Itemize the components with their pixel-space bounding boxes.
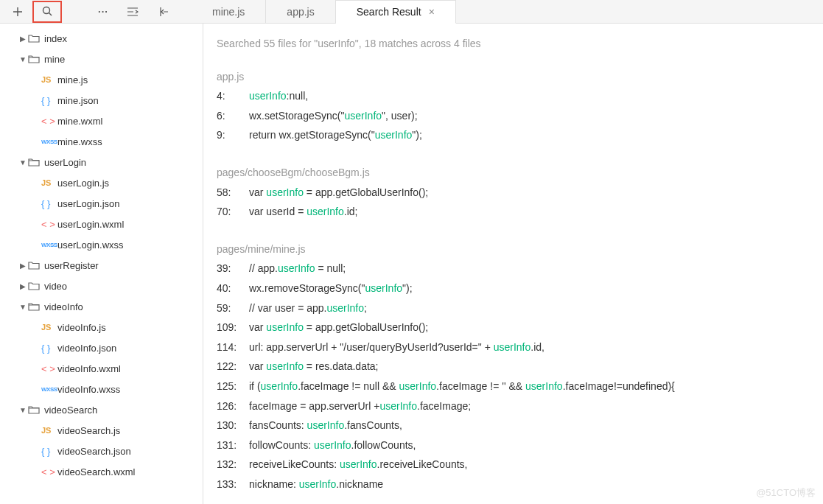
chevron-down-icon: ▼ xyxy=(18,158,28,167)
file-userlogin-wxml[interactable]: < >userLogin.wxml xyxy=(0,214,203,234)
line-number: 132: xyxy=(217,455,249,475)
tree-item-label: userRegister xyxy=(44,260,99,271)
result-line[interactable]: 39:// app.userInfo = null; xyxy=(217,259,810,279)
line-content: faceImage = app.serverUrl +userInfo.face… xyxy=(249,396,471,416)
new-file-button[interactable] xyxy=(3,1,32,22)
json-icon: { } xyxy=(41,446,57,457)
file-videoinfo-js[interactable]: JSvideoInfo.js xyxy=(0,317,203,337)
tree-item-label: videoSearch xyxy=(44,405,97,416)
file-videosearch-json[interactable]: { }videoSearch.json xyxy=(0,441,203,461)
tab-label: Search Result xyxy=(357,6,421,18)
folder-userregister[interactable]: ▶userRegister xyxy=(0,255,203,276)
line-content: // var user = app.userInfo; xyxy=(249,298,367,318)
file-videoinfo-json[interactable]: { }videoInfo.json xyxy=(0,337,203,358)
folder-videosearch[interactable]: ▼videoSearch xyxy=(0,399,203,420)
collapse-icon xyxy=(156,7,168,17)
tree-item-label: videoSearch.js xyxy=(57,425,120,436)
tab-search-result[interactable]: Search Result× xyxy=(336,0,456,24)
line-content: var userId = userInfo.id; xyxy=(249,202,357,222)
result-line[interactable]: 114:url: app.serverUrl + "/user/queryByU… xyxy=(217,337,810,357)
line-number: 6: xyxy=(217,106,249,126)
js-icon: JS xyxy=(41,426,57,435)
tree-item-label: mine.wxml xyxy=(57,116,102,127)
tree-item-label: mine.wxss xyxy=(57,136,102,147)
line-number: 109: xyxy=(217,318,249,337)
line-number: 126: xyxy=(217,396,249,416)
result-line[interactable]: 9:return wx.getStorageSync("userInfo"); xyxy=(217,125,810,145)
indent-button[interactable] xyxy=(118,1,147,22)
file-userlogin-wxss[interactable]: WXSSuserLogin.wxss xyxy=(0,234,203,255)
search-icon xyxy=(42,6,53,17)
folder-icon xyxy=(28,157,44,167)
tree-item-label: userLogin.js xyxy=(57,178,109,189)
folder-icon xyxy=(28,33,44,43)
folder-userlogin[interactable]: ▼userLogin xyxy=(0,152,203,172)
line-content: return wx.getStorageSync("userInfo"); xyxy=(249,125,422,145)
tab-mine-js[interactable]: mine.js xyxy=(192,0,266,24)
line-number: 59: xyxy=(217,298,249,318)
tree-item-label: videoInfo xyxy=(44,301,83,312)
tree-item-label: video xyxy=(44,281,67,292)
line-number: 114: xyxy=(217,337,249,357)
file-mine-js[interactable]: JSmine.js xyxy=(0,69,203,90)
result-line[interactable]: 58:var userInfo = app.getGlobalUserInfo(… xyxy=(217,183,810,203)
result-line[interactable]: 109:var userInfo = app.getGlobalUserInfo… xyxy=(217,318,810,337)
result-line[interactable]: 125:if (userInfo.faceImage != null && us… xyxy=(217,377,810,396)
close-icon[interactable]: × xyxy=(429,6,435,18)
main: ▶index▼mineJSmine.js{ }mine.json< >mine.… xyxy=(0,24,823,504)
file-videoinfo-wxml[interactable]: < >videoInfo.wxml xyxy=(0,358,203,379)
tab-label: app.js xyxy=(287,6,314,18)
folder-icon xyxy=(28,54,44,64)
result-line[interactable]: 133:nickname: userInfo.nickname xyxy=(217,475,810,494)
result-line[interactable]: 126:faceImage = app.serverUrl +userInfo.… xyxy=(217,396,810,416)
result-file-header[interactable]: pages/mine/mine.js xyxy=(217,239,810,259)
result-line[interactable]: 131:followCounts: userInfo.followCounts, xyxy=(217,435,810,455)
file-userlogin-json[interactable]: { }userLogin.json xyxy=(0,193,203,214)
result-line[interactable]: 132:receiveLikeCounts: userInfo.receiveL… xyxy=(217,455,810,475)
file-userlogin-js[interactable]: JSuserLogin.js xyxy=(0,172,203,193)
result-line[interactable]: 130:fansCounts: userInfo.fansCounts, xyxy=(217,416,810,435)
file-videosearch-wxml[interactable]: < >videoSearch.wxml xyxy=(0,461,203,482)
wxml-icon: < > xyxy=(41,219,57,230)
line-content: wx.setStorageSync("userInfo", user); xyxy=(249,106,418,126)
line-number: 70: xyxy=(217,202,249,222)
chevron-right-icon: ▶ xyxy=(18,35,28,43)
file-videoinfo-wxss[interactable]: WXSSvideoInfo.wxss xyxy=(0,379,203,399)
file-tree: ▶index▼mineJSmine.js{ }mine.json< >mine.… xyxy=(0,24,203,504)
tab-app-js[interactable]: app.js xyxy=(266,0,335,24)
folder-videoinfo[interactable]: ▼videoInfo xyxy=(0,296,203,317)
json-icon: { } xyxy=(41,198,57,209)
search-button[interactable] xyxy=(32,1,62,23)
line-content: var userInfo = app.getGlobalUserInfo(); xyxy=(249,318,428,337)
folder-video[interactable]: ▶video xyxy=(0,276,203,296)
result-line[interactable]: 70:var userId = userInfo.id; xyxy=(217,202,810,222)
result-line[interactable]: 40:wx.removeStorageSync("userInfo"); xyxy=(217,279,810,298)
result-line[interactable]: 4:userInfo:null, xyxy=(217,86,810,106)
tree-item-label: userLogin.json xyxy=(57,198,120,209)
tab-label: mine.js xyxy=(212,6,245,18)
file-mine-json[interactable]: { }mine.json xyxy=(0,90,203,111)
result-file-header[interactable]: pages/chooseBgm/chooseBgm.js xyxy=(217,163,810,183)
result-line[interactable]: 59:// var user = app.userInfo; xyxy=(217,298,810,318)
folder-mine[interactable]: ▼mine xyxy=(0,49,203,69)
file-videosearch-js[interactable]: JSvideoSearch.js xyxy=(0,420,203,441)
toolbar: ··· mine.jsapp.jsSearch Result× xyxy=(0,0,823,24)
js-icon: JS xyxy=(41,178,57,187)
chevron-right-icon: ▶ xyxy=(18,262,28,270)
result-file-header[interactable]: app.js xyxy=(217,67,810,87)
folder-index[interactable]: ▶index xyxy=(0,28,203,49)
file-mine-wxss[interactable]: WXSSmine.wxss xyxy=(0,131,203,152)
line-number: 40: xyxy=(217,279,249,298)
tree-item-label: mine xyxy=(44,54,65,65)
line-content: followCounts: userInfo.followCounts, xyxy=(249,435,416,455)
result-line[interactable]: 6:wx.setStorageSync("userInfo", user); xyxy=(217,106,810,126)
file-mine-wxml[interactable]: < >mine.wxml xyxy=(0,111,203,131)
tree-item-label: userLogin.wxss xyxy=(57,239,124,251)
line-number: 39: xyxy=(217,259,249,279)
more-button[interactable]: ··· xyxy=(88,1,118,22)
folder-icon xyxy=(28,405,44,415)
collapse-button[interactable] xyxy=(147,1,177,22)
chevron-down-icon: ▼ xyxy=(18,55,28,63)
line-number: 4: xyxy=(217,86,249,106)
result-line[interactable]: 122:var userInfo = res.data.data; xyxy=(217,357,810,377)
